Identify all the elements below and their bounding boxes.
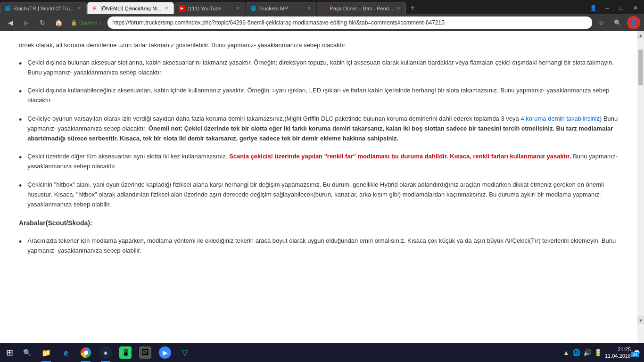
tab1-favicon: 🌐 (4, 5, 11, 12)
tab2-favicon: F (91, 5, 98, 12)
tab3-close[interactable]: ✕ (234, 5, 241, 12)
section-rules-list: Aracınızda tekerler için modlama yaparke… (19, 236, 619, 256)
home-button[interactable]: 🏠 (52, 16, 65, 29)
tab5-favicon: F (321, 5, 328, 12)
back-button[interactable]: ◀ (4, 16, 17, 29)
section-heading: Arabalar(Scout/Skoda): (19, 218, 619, 228)
tab-truckers-mp[interactable]: 🌐 Truckers MP ✕ (246, 2, 316, 14)
vertical-scrollbar[interactable]: ▲ ▼ (637, 31, 644, 343)
taskbar: ⊞ 🔍 📁 e ♠ 📱 🖼 ▶ (0, 343, 644, 362)
tab4-close[interactable]: ✕ (305, 5, 312, 12)
tab-bar: 🌐 RaichuTR | World Of Tru... ✕ F [ÖNEMLİ… (0, 0, 644, 14)
taskbar-tray: ▲ 🌐 🔊 🔋 21:25 11.04.2018 💬 24 (563, 346, 644, 360)
security-text: Güvenli (79, 20, 97, 25)
tab2-close[interactable]: ✕ (163, 5, 170, 12)
profile-icon[interactable]: 👤 (586, 2, 600, 14)
taskbar-app-vortex[interactable]: ▽ (175, 343, 194, 362)
volume-icon[interactable]: 🔊 (583, 349, 591, 356)
section-list-item-1-text: Aracınızda tekerler için modlama yaparke… (27, 236, 619, 256)
p3-before: Çekiciye oyunun varsayılan olarak izin v… (27, 115, 520, 122)
p4-red-text: Scania çekicisi üzerinde yapılan "renkli… (229, 153, 571, 160)
top-continuation-text: örnek olarak, alt koruma demirlerine uzu… (19, 41, 619, 50)
lock-icon: 🔒 (71, 20, 77, 26)
notification-area[interactable]: 💬 24 (634, 350, 640, 356)
tab3-title: (111) YouTube (188, 6, 232, 11)
sp1-text: Aracınızda tekerler için modlama yaparke… (27, 237, 616, 254)
taskbar-app-media[interactable]: ▶ (156, 343, 174, 362)
security-badge: 🔒 Güvenli | (68, 20, 105, 26)
p4-before: Çekici üzerinde diğer tüm aksesuarları a… (27, 153, 229, 160)
photos-icon: 🖼 (139, 346, 151, 359)
scroll-up-arrow[interactable]: ▲ (637, 31, 644, 39)
steam-icon: ♠ (99, 346, 112, 359)
media-player-icon: ▶ (159, 346, 171, 359)
tab4-title: Truckers MP (259, 6, 304, 11)
maximize-button[interactable]: □ (615, 2, 628, 14)
tab2-title: [ÖNEMLİ] Çekici/Araç M... (100, 6, 161, 11)
taskbar-app-file-explorer[interactable]: 📁 (37, 343, 56, 362)
list-item-1-text: Çekici dışında bulunan aksesuar slotları… (27, 58, 619, 78)
separator: | (99, 20, 101, 25)
address-bar: ◀ ▶ ↻ 🏠 🔒 Güvenli | https://forum.trucke… (0, 14, 644, 31)
scroll-thumb[interactable] (637, 49, 644, 86)
scroll-track[interactable] (637, 39, 644, 343)
search-btn[interactable]: 🔍 (611, 16, 624, 29)
list-item-5: Çekicinin "hitbox" alanı, yani oyun üzer… (19, 180, 619, 209)
tab-youtube[interactable]: ▶ (111) YouTube ✕ (174, 2, 245, 14)
tab4-favicon: 🌐 (250, 5, 256, 12)
tab5-title: Paşa Döner – Batı - Pend... (330, 6, 394, 11)
tab-pasa-doner[interactable]: F Paşa Döner – Batı - Pend... ✕ (317, 2, 406, 14)
user-profile-button[interactable]: 👤 (627, 16, 640, 29)
whatsapp-icon: 📱 (119, 346, 132, 359)
list-item-2: Çekici dışında kullanabileceğiniz aksesu… (19, 86, 619, 106)
start-button[interactable]: ⊞ (0, 343, 19, 362)
forward-button[interactable]: ▶ (20, 16, 33, 29)
file-explorer-icon: 📁 (40, 346, 52, 359)
p5-text: Çekicinin "hitbox" alanı, yani oyun üzer… (27, 181, 603, 208)
taskbar-app-photos[interactable]: 🖼 (136, 343, 155, 362)
p2-text: Çekici dışında kullanabileceğiniz aksesu… (27, 87, 609, 104)
list-item-5-text: Çekicinin "hitbox" alanı, yani oyun üzer… (27, 180, 619, 209)
minimize-button[interactable]: ─ (601, 2, 614, 14)
taskbar-apps: 📁 e ♠ 📱 🖼 ▶ ▽ (35, 343, 196, 362)
notification-count: 24 (631, 352, 639, 357)
section-list-item-1: Aracınızda tekerler için modlama yaparke… (19, 236, 619, 256)
clock-time: 21:25 (605, 346, 631, 353)
chrome-icon (81, 347, 91, 358)
list-item-2-text: Çekici dışında kullanabileceğiniz aksesu… (27, 86, 619, 106)
top-continuation-content: örnek olarak, alt koruma demirlerine uzu… (19, 41, 347, 49)
tray-arrow-icon[interactable]: ▲ (563, 349, 570, 356)
tab-onemli-cekici[interactable]: F [ÖNEMLİ] Çekici/Araç M... ✕ (87, 2, 173, 14)
taskbar-search-button[interactable]: 🔍 (19, 343, 35, 362)
tab-world-of-truckers[interactable]: 🌐 RaichuTR | World Of Tru... ✕ (0, 2, 87, 14)
tab3-favicon: ▶ (179, 5, 185, 12)
bookmark-star-icon[interactable]: ☆ (595, 16, 608, 29)
tab1-title: RaichuTR | World Of Tru... (13, 6, 74, 11)
taskbar-app-steam[interactable]: ♠ (96, 343, 115, 362)
close-button[interactable]: ✕ (629, 2, 642, 14)
tab5-close[interactable]: ✕ (395, 5, 402, 12)
taskbar-app-whatsapp[interactable]: 📱 (116, 343, 135, 362)
content-area: örnek olarak, alt koruma demirlerine uzu… (0, 31, 644, 343)
scroll-down-arrow[interactable]: ▼ (637, 316, 644, 324)
tab1-close[interactable]: ✕ (76, 5, 83, 12)
section-heading-text: Arabalar(Scout/Skoda): (19, 219, 92, 227)
edge-icon: e (60, 346, 72, 359)
new-tab-button[interactable]: + (406, 2, 419, 14)
p3-link[interactable]: 4 koruma demiri takabilirsiniz (520, 115, 600, 122)
vortex-icon: ▽ (179, 346, 191, 359)
refresh-button[interactable]: ↻ (36, 16, 49, 29)
url-bar[interactable]: https://forum.truckersmp.com/index.php?/… (107, 16, 592, 29)
rules-list: Çekici dışında bulunan aksesuar slotları… (19, 58, 619, 210)
taskbar-app-edge[interactable]: e (57, 343, 75, 362)
p1-text: Çekici dışında bulunan aksesuar slotları… (27, 59, 614, 76)
clock-date: 11.04.2018 (605, 353, 631, 359)
network-icon[interactable]: 🌐 (572, 349, 580, 356)
battery-icon[interactable]: 🔋 (594, 349, 602, 356)
taskbar-search-icon: 🔍 (23, 349, 31, 356)
list-item-4: Çekici üzerinde diğer tüm aksesuarları a… (19, 152, 619, 172)
tray-clock[interactable]: 21:25 11.04.2018 (605, 346, 631, 360)
list-item-1: Çekici dışında bulunan aksesuar slotları… (19, 58, 619, 78)
taskbar-app-chrome[interactable] (76, 343, 95, 362)
windows-icon: ⊞ (6, 347, 13, 358)
